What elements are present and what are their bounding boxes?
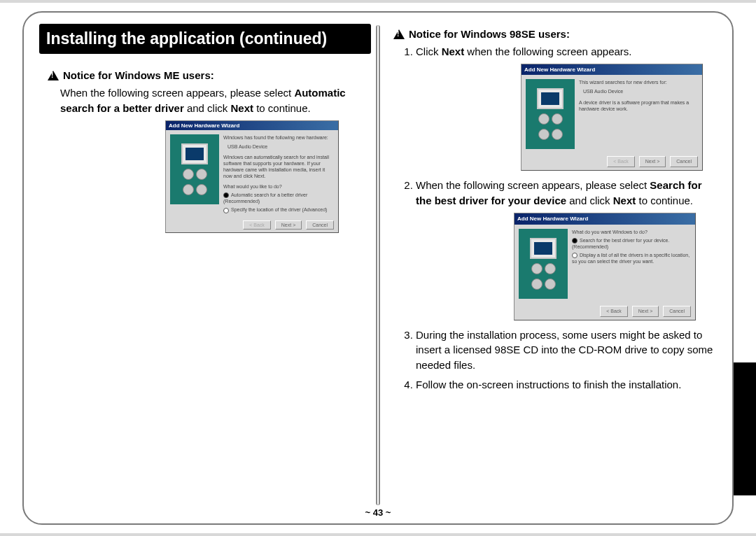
page-title: Installing the application (continued) [39,24,371,54]
dialog-me-opt2: Specify the location of the driver (Adva… [223,206,334,213]
dialog-me-illustration [170,134,219,204]
notice-me-intro: When the following screen appears, pleas… [60,87,291,99]
dialog-me-titlebar: Add New Hardware Wizard [166,121,338,130]
cd-icon [538,129,550,140]
cancel-button: Cancel [306,220,334,230]
cd-icon [183,184,194,195]
step1-a: Click [416,45,442,57]
cd-icon [183,169,194,180]
dialog-me-device: USB Audio Device [227,143,334,150]
step-1: Click Next when the following screen app… [416,44,717,171]
step2-b2: Next [613,195,636,206]
left-column: Installing the application (continued) N… [24,13,378,523]
cancel-button: Cancel [670,156,698,167]
dialog-98a-body: This wizard searches for new drivers for… [522,75,702,153]
dialog-98a-device: USB Audio Device [583,88,698,94]
cancel-button: Cancel [663,306,691,317]
step-4: Follow the on-screen instructions to fin… [416,377,717,393]
dialog-98b-body: What do you want Windows to do? Search f… [514,225,695,303]
notice-98-heading: Notice for Windows 98SE users: [393,28,717,40]
cd-icon [538,113,550,125]
dialog-me-body: Windows has found the following new hard… [166,130,338,218]
notice-me-body: When the following screen appears, pleas… [60,85,371,116]
cd-icon [552,129,563,140]
step-2: When the following screen appears, pleas… [416,178,717,320]
next-button: Next > [639,156,666,167]
dialog-98b-opt1: Search for the best driver for your devi… [572,237,691,250]
dialog-98b-text: What do you want Windows to do? Search f… [572,229,691,299]
cd-icon [196,169,207,180]
dialog-98a-text: This wizard searches for new drivers for… [579,79,698,149]
page-bottom-edge [0,533,756,536]
dialog-98a-screenshot: Add New Hardware Wizard This wizard sear… [521,64,703,171]
cd-icon [545,263,556,274]
dialog-me-opt1: Automatic search for a better driver (Re… [223,192,334,204]
back-button: < Back [243,220,271,230]
dialog-me-prompt: What would you like to do? [223,183,334,190]
monitor-icon [530,238,556,259]
cd-icon [196,184,207,195]
dialog-98a-footer: < Back Next > Cancel [522,153,702,170]
cd-icon [552,113,563,125]
notice-me-heading-text: Notice for Windows ME users: [63,69,214,81]
monitor-icon [181,143,208,164]
step1-c: when the following screen appears. [464,45,631,57]
page-top-edge [0,0,756,3]
step2-mid: and click [566,195,613,206]
dialog-98b-illustration [519,229,568,299]
cd-icon [531,278,542,290]
page-frame: Installing the application (continued) N… [22,11,734,525]
right-column: Notice for Windows 98SE users: Click Nex… [378,13,732,523]
next-button: Next > [275,220,302,230]
dialog-98a-line1: This wizard searches for new drivers for… [579,79,698,85]
step2-tail: to continue. [636,195,693,206]
back-button: < Back [607,156,635,167]
notice-me-heading: Notice for Windows ME users: [48,69,371,81]
step1-b: Next [442,45,465,57]
dialog-98b-titlebar: Add New Hardware Wizard [514,213,695,225]
dialog-98b-opt2: Display a list of all the drivers in a s… [572,252,691,265]
step-3: During the installation process, some us… [416,327,717,373]
dialog-me-line2: Windows can automatically search for and… [223,154,334,179]
dialog-98a-titlebar: Add New Hardware Wizard [522,64,702,76]
notice-me-bold2: Next [230,102,253,114]
dialog-98b-prompt: What do you want Windows to do? [572,229,691,235]
next-button: Next > [632,306,659,317]
dialog-me-text: Windows has found the following new hard… [223,134,334,213]
dialog-me-footer: < Back Next > Cancel [166,218,338,232]
back-button: < Back [600,306,628,317]
step2-a: When the following screen appears, pleas… [416,179,650,191]
warning-icon [48,71,59,80]
page-number: ~ 43 ~ [365,507,391,518]
cd-icon [545,278,556,290]
side-tab-label: Using PC Camera [740,378,752,471]
dialog-98a-illustration [526,79,575,149]
notice-98-steps: Click Next when the following screen app… [385,44,717,393]
dialog-98b-footer: < Back Next > Cancel [514,303,695,320]
cd-icon [531,263,542,274]
notice-98-heading-text: Notice for Windows 98SE users: [409,28,570,40]
dialog-98b-screenshot: Add New Hardware Wizard What do you want… [514,213,696,320]
dialog-me-screenshot: Add New Hardware Wizard Windows has foun… [165,120,339,233]
dialog-98a-line2: A device driver is a software program th… [579,99,698,112]
monitor-icon [537,88,564,109]
notice-me-mid: and click [184,102,231,114]
warning-icon [393,29,405,39]
notice-me-tail: to continue. [253,102,311,114]
dialog-me-line1: Windows has found the following new hard… [223,134,334,141]
